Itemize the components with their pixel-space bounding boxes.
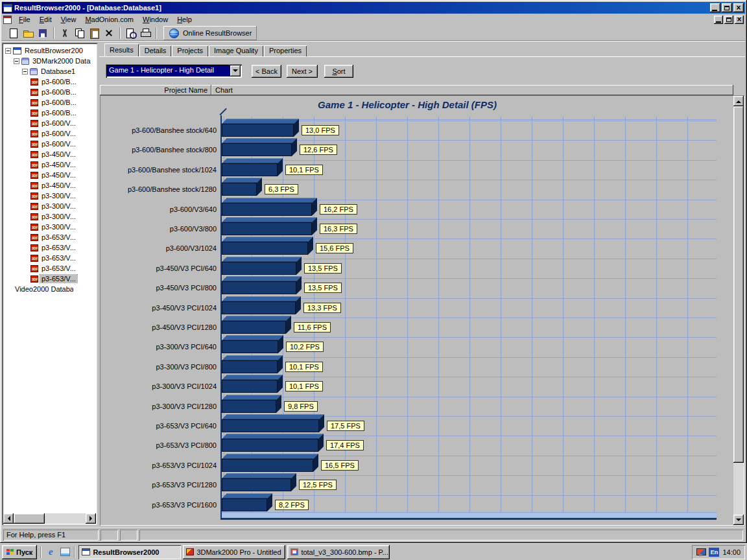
project-name-header[interactable]: Project Name — [100, 85, 211, 95]
chart-value-label: 8,2 FPS — [275, 500, 309, 510]
scroll-left-button[interactable] — [3, 513, 14, 524]
cut-button[interactable] — [57, 26, 72, 40]
task-buttons: ResultBrowser20003DMark2000 Pro - Untitl… — [78, 545, 690, 559]
tree-item-label: p3-300/V... — [40, 192, 77, 200]
task-button[interactable]: 3DMark2000 Pro - Untitled — [183, 545, 285, 559]
open-button[interactable] — [21, 26, 36, 40]
tree-item[interactable]: p3-450/V... — [4, 180, 95, 191]
tree-item[interactable]: p3-300/V... — [4, 191, 95, 201]
tree-item[interactable]: p3-450/V... — [4, 149, 95, 159]
tree-item[interactable]: p3-300/V... — [4, 201, 95, 211]
result-icon — [30, 78, 38, 86]
print-button[interactable] — [138, 26, 153, 40]
tab-results[interactable]: Results — [104, 43, 139, 56]
paste-button[interactable] — [87, 26, 102, 40]
tree-item[interactable]: p3-653/V... — [4, 263, 95, 274]
combo-dropdown-button[interactable] — [230, 65, 241, 76]
start-button[interactable]: Пуск — [2, 545, 37, 559]
tree-item[interactable]: p3-600/B... — [4, 76, 95, 87]
menu-madonioncom[interactable]: MadOnion.com — [80, 14, 138, 25]
tree-expander[interactable] — [5, 48, 11, 54]
project-select[interactable]: Game 1 - Helicopter - High Detail — [106, 64, 242, 78]
chart-bar — [222, 459, 313, 472]
chart-header[interactable]: Chart — [211, 85, 733, 95]
tree-horizontal-scrollbar[interactable] — [3, 513, 96, 524]
bar-front-face — [222, 281, 296, 294]
tree-item[interactable]: p3-653/V... — [4, 253, 95, 263]
chart-value-label: 16,3 FPS — [320, 224, 357, 234]
tree-item[interactable]: p3-450/V... — [4, 159, 95, 170]
chart-bar — [222, 498, 267, 511]
tab-properties[interactable]: Properties — [264, 45, 307, 56]
child-close-button[interactable] — [735, 16, 744, 24]
tab-image-quality[interactable]: Image Quality — [209, 45, 263, 56]
tree-item[interactable]: Video2000 Database — [4, 284, 95, 294]
scroll-down-button[interactable] — [733, 515, 744, 525]
task-button[interactable]: total_v3_300-600.bmp - P... — [287, 545, 390, 559]
clock[interactable]: 14:00 — [722, 548, 741, 556]
copy-button[interactable] — [72, 26, 87, 40]
tree-expander[interactable] — [14, 58, 19, 64]
next-button[interactable]: Next > — [287, 65, 318, 78]
bar-front-face — [222, 360, 278, 373]
online-resultbrowser-label: Online ResultBrowser — [183, 29, 252, 37]
bar-front-face — [222, 183, 257, 196]
tree-item[interactable]: p3-653/V... — [4, 242, 95, 253]
child-minimize-button[interactable] — [714, 16, 723, 24]
tree-item-label: ResultBrowser2000 — [23, 47, 83, 54]
menu-help[interactable]: Help — [172, 14, 196, 25]
tree-item[interactable]: p3-600/V... — [4, 128, 95, 139]
chart-vertical-scrollbar[interactable] — [733, 96, 744, 525]
restore-button[interactable] — [722, 3, 732, 12]
tree-item[interactable]: p3-600/V... — [4, 139, 95, 149]
close-button[interactable] — [733, 3, 744, 12]
tree-item[interactable]: p3-653/V... — [4, 274, 95, 284]
minimize-button[interactable] — [710, 3, 720, 12]
result-icon — [30, 130, 38, 137]
tab-projects[interactable]: Projects — [172, 45, 208, 56]
task-button[interactable]: ResultBrowser2000 — [78, 545, 181, 559]
chart-value-label: 6,3 FPS — [265, 184, 298, 194]
save-button[interactable] — [36, 26, 51, 40]
new-button[interactable] — [6, 26, 21, 40]
scroll-thumb[interactable] — [14, 513, 45, 524]
desktop-icon[interactable] — [59, 546, 71, 558]
result-icon — [30, 172, 38, 179]
menu-edit[interactable]: Edit — [35, 14, 56, 25]
tree-item[interactable]: ResultBrowser2000 — [4, 45, 95, 56]
titlebar: ResultBrowser2000 - [Database:Database1] — [2, 2, 745, 14]
tree-item[interactable]: p3-600/V... — [4, 118, 95, 128]
menu-view[interactable]: View — [56, 14, 81, 25]
tree-item[interactable]: p3-450/V... — [4, 170, 95, 180]
child-restore-button[interactable] — [724, 16, 733, 24]
delete-button[interactable] — [102, 26, 117, 40]
tree-item-label: p3-653/V... — [40, 244, 77, 251]
tree-item[interactable]: p3-600/B... — [4, 87, 95, 97]
tree-item[interactable]: p3-600/B... — [4, 108, 95, 118]
ie-icon[interactable] — [45, 546, 56, 558]
preview-button[interactable] — [123, 26, 138, 40]
tree-item[interactable]: 3DMark2000 Databa — [4, 56, 95, 66]
tree-expander[interactable] — [22, 69, 28, 75]
online-resultbrowser-button[interactable]: Online ResultBrowser — [163, 26, 257, 40]
tab-details[interactable]: Details — [139, 45, 172, 56]
scroll-thumb[interactable] — [733, 106, 744, 463]
tree-item[interactable]: p3-600/B... — [4, 97, 95, 108]
tray-icon[interactable] — [696, 548, 706, 556]
tree-item[interactable]: p3-653/V... — [4, 232, 95, 242]
bar-top-face — [222, 434, 324, 439]
tree-item[interactable]: p3-300/V... — [4, 211, 95, 222]
back-button[interactable]: < Back — [252, 65, 281, 78]
tree-item[interactable]: Database1 — [4, 66, 95, 76]
chart-value-label: 13,3 FPS — [303, 303, 341, 313]
scroll-right-button[interactable] — [86, 513, 96, 524]
bar-top-face — [222, 493, 272, 498]
scroll-up-button[interactable] — [733, 96, 744, 106]
menu-file[interactable]: File — [14, 14, 35, 25]
tree-item-label: p3-600/B... — [40, 109, 78, 117]
tree-item[interactable]: p3-300/V... — [4, 222, 95, 232]
menu-window[interactable]: Window — [138, 14, 172, 25]
language-indicator[interactable]: En — [709, 548, 719, 557]
bar-top-face — [222, 335, 283, 340]
sort-button[interactable]: Sort — [324, 65, 353, 78]
